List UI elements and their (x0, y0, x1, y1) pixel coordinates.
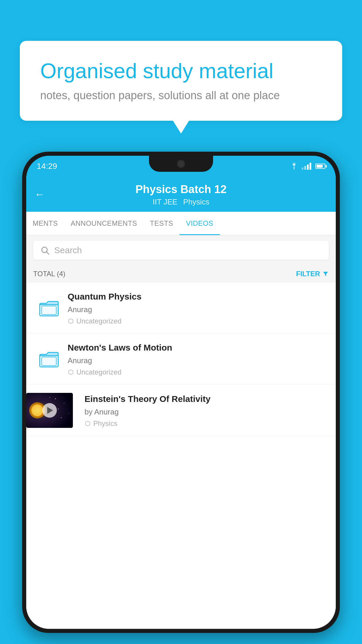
header-title: Physics Batch 12 (136, 183, 227, 196)
play-triangle (47, 407, 53, 414)
speech-bubble-heading: Organised study material (40, 58, 322, 83)
folder-icon (37, 347, 61, 371)
svg-point-14 (49, 397, 50, 398)
list-item[interactable]: Einstein's Theory Of Relativity by Anura… (26, 385, 336, 436)
status-icons (289, 163, 325, 170)
tab-tests[interactable]: TESTS (143, 212, 180, 235)
phone-inner: 14:29 (26, 156, 336, 629)
video-thumbnail (26, 393, 73, 428)
tabs-container: MENTS ANNOUNCEMENTS TESTS VIDEOS (26, 212, 336, 235)
video-author: Anurag (68, 356, 329, 365)
phone-notch (149, 156, 213, 172)
svg-line-2 (47, 252, 49, 254)
video-info: Einstein's Theory Of Relativity by Anura… (80, 393, 329, 428)
filter-label: FILTER (296, 270, 320, 278)
video-title: Einstein's Theory Of Relativity (85, 393, 329, 405)
play-button[interactable] (42, 403, 57, 418)
folder-icon (37, 296, 61, 320)
speech-bubble: Organised study material notes, question… (20, 41, 342, 121)
tag-icon (68, 318, 74, 324)
total-count: TOTAL (4) (33, 270, 65, 278)
front-camera (177, 160, 185, 168)
speech-bubble-subtext: notes, question papers, solutions all at… (40, 89, 322, 102)
speech-bubble-card: Organised study material notes, question… (20, 41, 342, 121)
tag-icon (85, 420, 91, 427)
search-placeholder: Search (54, 245, 82, 255)
battery-icon (315, 164, 325, 169)
tab-ments[interactable]: MENTS (26, 212, 64, 235)
wifi-icon (289, 163, 299, 170)
header-subtitle: IIT JEE Physics (153, 197, 209, 206)
list-item[interactable]: Quantum Physics Anurag Uncategorized (26, 283, 336, 334)
filter-button[interactable]: FILTER (296, 270, 329, 278)
svg-point-12 (58, 409, 59, 410)
svg-rect-4 (42, 306, 56, 314)
video-info: Newton's Laws of Motion Anurag Uncategor… (68, 342, 329, 376)
header-subtitle-physics: Physics (183, 197, 210, 206)
header-subtitle-iitjee: IIT JEE (153, 197, 178, 206)
back-button[interactable]: ← (34, 188, 45, 200)
svg-point-0 (294, 168, 295, 169)
filter-funnel-icon (322, 271, 329, 277)
svg-rect-6 (42, 357, 56, 365)
svg-point-10 (55, 398, 56, 399)
filter-bar: TOTAL (4) FILTER (26, 265, 336, 283)
video-tag: Physics (85, 419, 329, 428)
tab-videos[interactable]: VIDEOS (180, 212, 220, 235)
video-author: Anurag (68, 305, 329, 314)
svg-point-16 (52, 422, 53, 422)
status-time: 14:29 (37, 162, 57, 171)
video-tag: Uncategorized (68, 317, 329, 325)
signal-icon (302, 163, 311, 170)
svg-point-15 (61, 417, 62, 418)
app-screen: ← Physics Batch 12 IIT JEE Physics MENTS… (26, 177, 336, 629)
svg-point-13 (68, 413, 69, 414)
tab-announcements[interactable]: ANNOUNCEMENTS (64, 212, 144, 235)
app-header: ← Physics Batch 12 IIT JEE Physics (26, 177, 336, 212)
svg-point-11 (64, 403, 64, 403)
video-tag-text: Uncategorized (76, 368, 122, 376)
search-container: Search (26, 235, 336, 265)
svg-point-9 (31, 405, 43, 416)
video-tag-text: Physics (93, 419, 117, 428)
video-title: Quantum Physics (68, 291, 329, 302)
search-bar[interactable]: Search (33, 241, 329, 260)
phone-frame: 14:29 (22, 152, 340, 633)
video-author: by Anurag (85, 407, 329, 416)
list-item[interactable]: Newton's Laws of Motion Anurag Uncategor… (26, 334, 336, 385)
search-icon (40, 246, 50, 255)
tag-icon (68, 369, 74, 375)
video-title: Newton's Laws of Motion (68, 342, 329, 353)
video-tag-text: Uncategorized (76, 317, 122, 325)
video-tag: Uncategorized (68, 368, 329, 376)
video-list: Quantum Physics Anurag Uncategorized (26, 283, 336, 629)
video-info: Quantum Physics Anurag Uncategorized (68, 291, 329, 325)
